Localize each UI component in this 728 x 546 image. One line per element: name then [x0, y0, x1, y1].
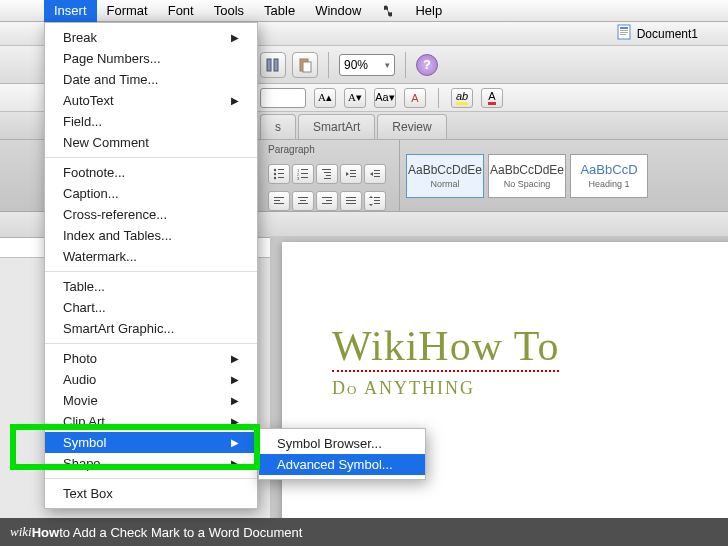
zoom-select[interactable]: 90% ▾ — [339, 54, 395, 76]
menu-item-shape[interactable]: Shape▶ — [45, 453, 257, 474]
style-normal[interactable]: AaBbCcDdEe Normal — [406, 154, 484, 198]
menu-item-audio[interactable]: Audio▶ — [45, 369, 257, 390]
svg-rect-32 — [274, 200, 280, 201]
svg-point-9 — [274, 169, 276, 171]
style-no-spacing[interactable]: AaBbCcDdEe No Spacing — [488, 154, 566, 198]
menu-table[interactable]: Table — [254, 0, 305, 22]
svg-rect-18 — [301, 173, 308, 174]
styles-gallery: AaBbCcDdEe Normal AaBbCcDdEe No Spacing … — [400, 140, 654, 211]
doc-title-text: WikiHow To — [332, 322, 559, 372]
doc-subtitle-text: Do ANYTHING — [332, 378, 728, 399]
grow-font-button[interactable]: A▴ — [314, 88, 336, 108]
svg-point-11 — [274, 173, 276, 175]
symbol-submenu: Symbol Browser...Advanced Symbol... — [258, 428, 426, 480]
menu-tools[interactable]: Tools — [204, 0, 254, 22]
ribbon-tab-partial[interactable]: s — [260, 114, 296, 139]
columns-button[interactable] — [260, 52, 286, 78]
menu-insert[interactable]: Insert — [44, 0, 97, 22]
decrease-indent-button[interactable] — [340, 164, 362, 184]
submenu-arrow-icon: ▶ — [231, 95, 239, 106]
submenu-item-symbol-browser[interactable]: Symbol Browser... — [259, 433, 425, 454]
document-title: Document1 — [637, 27, 698, 41]
ribbon-tab-review[interactable]: Review — [377, 114, 446, 139]
svg-point-13 — [274, 177, 276, 179]
submenu-arrow-icon: ▶ — [231, 353, 239, 364]
svg-rect-42 — [346, 203, 356, 204]
insert-menu-dropdown: Break▶Page Numbers...Date and Time...Aut… — [44, 22, 258, 509]
submenu-arrow-icon: ▶ — [231, 458, 239, 469]
font-size-input[interactable] — [260, 88, 306, 108]
help-button[interactable]: ? — [416, 54, 438, 76]
svg-rect-38 — [326, 200, 332, 201]
svg-rect-2 — [620, 30, 628, 31]
font-color-button[interactable]: A — [481, 88, 503, 108]
tutorial-caption: wikiHow to Add a Check Mark to a Word Do… — [0, 518, 728, 546]
menu-item-date-and-time[interactable]: Date and Time... — [45, 69, 257, 90]
svg-rect-22 — [324, 172, 331, 173]
paste-button[interactable] — [292, 52, 318, 78]
bullets-button[interactable] — [268, 164, 290, 184]
menu-format[interactable]: Format — [97, 0, 158, 22]
svg-rect-6 — [274, 59, 278, 71]
menu-help[interactable]: Help — [405, 0, 452, 22]
svg-rect-41 — [346, 200, 356, 201]
clear-format-button[interactable]: A — [404, 88, 426, 108]
increase-indent-button[interactable] — [364, 164, 386, 184]
svg-rect-40 — [346, 197, 356, 198]
menu-item-movie[interactable]: Movie▶ — [45, 390, 257, 411]
line-spacing-button[interactable] — [364, 191, 386, 211]
svg-rect-31 — [274, 197, 284, 198]
menu-item-text-box[interactable]: Text Box — [45, 483, 257, 504]
menu-item-autotext[interactable]: AutoText▶ — [45, 90, 257, 111]
zoom-value: 90% — [344, 58, 368, 72]
highlight-button[interactable]: ab — [451, 88, 473, 108]
menu-item-symbol[interactable]: Symbol▶ — [45, 432, 257, 453]
svg-text:3: 3 — [297, 176, 300, 180]
align-right-button[interactable] — [316, 191, 338, 211]
svg-rect-1 — [620, 27, 628, 29]
caption-wiki: wiki — [10, 524, 32, 540]
svg-rect-45 — [374, 203, 380, 204]
menu-item-table[interactable]: Table... — [45, 276, 257, 297]
menu-item-photo[interactable]: Photo▶ — [45, 348, 257, 369]
svg-rect-5 — [267, 59, 271, 71]
svg-rect-37 — [322, 197, 332, 198]
svg-rect-39 — [322, 203, 332, 204]
menu-separator — [45, 478, 257, 479]
menu-script-icon[interactable] — [371, 0, 405, 22]
submenu-arrow-icon: ▶ — [231, 374, 239, 385]
menu-item-index-and-tables[interactable]: Index and Tables... — [45, 225, 257, 246]
menu-item-chart[interactable]: Chart... — [45, 297, 257, 318]
menu-item-watermark[interactable]: Watermark... — [45, 246, 257, 267]
align-center-button[interactable] — [292, 191, 314, 211]
menu-item-smartart-graphic[interactable]: SmartArt Graphic... — [45, 318, 257, 339]
change-case-button[interactable]: Aa▾ — [374, 88, 396, 108]
menu-separator — [45, 343, 257, 344]
menu-item-footnote[interactable]: Footnote... — [45, 162, 257, 183]
menu-window[interactable]: Window — [305, 0, 371, 22]
svg-rect-3 — [620, 32, 628, 33]
submenu-item-advanced-symbol[interactable]: Advanced Symbol... — [259, 454, 425, 475]
justify-button[interactable] — [340, 191, 362, 211]
menu-item-caption[interactable]: Caption... — [45, 183, 257, 204]
menu-item-new-comment[interactable]: New Comment — [45, 132, 257, 153]
style-heading-1[interactable]: AaBbCcD Heading 1 — [570, 154, 648, 198]
menu-separator — [45, 271, 257, 272]
chevron-down-icon: ▾ — [385, 60, 390, 70]
numbering-button[interactable]: 123 — [292, 164, 314, 184]
svg-rect-16 — [301, 169, 308, 170]
shrink-font-button[interactable]: A▾ — [344, 88, 366, 108]
svg-rect-30 — [374, 176, 380, 177]
menu-item-cross-reference[interactable]: Cross-reference... — [45, 204, 257, 225]
menu-item-field[interactable]: Field... — [45, 111, 257, 132]
align-left-button[interactable] — [268, 191, 290, 211]
menu-item-page-numbers[interactable]: Page Numbers... — [45, 48, 257, 69]
menu-item-break[interactable]: Break▶ — [45, 27, 257, 48]
menu-font[interactable]: Font — [158, 0, 204, 22]
svg-rect-23 — [326, 175, 331, 176]
ribbon-tab-smartart[interactable]: SmartArt — [298, 114, 375, 139]
menu-item-clip-art[interactable]: Clip Art▶ — [45, 411, 257, 432]
svg-rect-28 — [374, 170, 380, 171]
multilevel-button[interactable] — [316, 164, 338, 184]
submenu-arrow-icon: ▶ — [231, 32, 239, 43]
